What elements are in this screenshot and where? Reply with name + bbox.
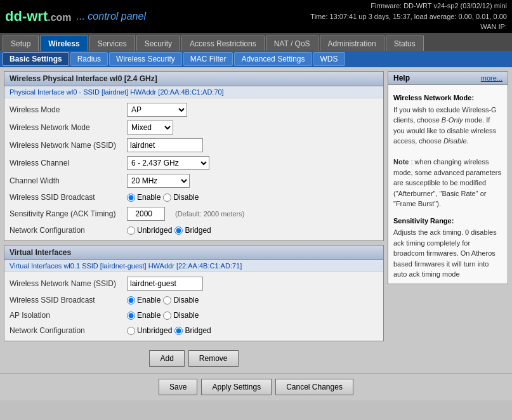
help-section-1-text: If you wish to exclude Wireless-G client… — [393, 105, 502, 209]
virt-ssid-broadcast-enable-radio[interactable] — [127, 296, 135, 305]
wireless-network-mode-row: Wireless Network Mode Mixed B-Only G-Onl… — [10, 119, 378, 136]
remove-button[interactable]: Remove — [188, 350, 239, 367]
virt-network-config-bridged-radio[interactable] — [174, 327, 183, 335]
nav-tab-status[interactable]: Status — [386, 36, 424, 51]
ssid-broadcast-disable-label[interactable]: Disable — [163, 193, 199, 202]
wireless-network-mode-control: Mixed B-Only G-Only N-Only Disabled — [127, 121, 173, 135]
left-panel: Wireless Physical Interface wl0 [2.4 GHz… — [4, 71, 384, 369]
ssid-input[interactable] — [127, 138, 203, 152]
wireless-mode-select[interactable]: AP Client Client Bridge Adhoc Monitor — [127, 103, 187, 117]
ap-isolation-enable-radio[interactable] — [127, 312, 135, 320]
sub-tab-basic-settings[interactable]: Basic Settings — [3, 52, 69, 66]
sub-tab-wds[interactable]: WDS — [313, 52, 345, 66]
sub-tabs: Basic Settings Radius Wireless Security … — [0, 51, 512, 67]
button-bar: Save Apply Settings Cancel Changes — [0, 373, 512, 400]
virt-network-config-bridged-label[interactable]: Bridged — [174, 326, 211, 335]
nav-tab-nat-qos[interactable]: NAT / QoS — [266, 36, 318, 51]
wireless-mode-label: Wireless Mode — [10, 105, 127, 114]
nav-tab-administration[interactable]: Administration — [320, 36, 384, 51]
right-panel: Help more... Wireless Network Mode: If y… — [388, 71, 508, 369]
network-config-unbridged-text: Unbridged — [137, 226, 172, 235]
network-config-unbridged-radio[interactable] — [127, 226, 135, 235]
virt-ssid-broadcast-disable-radio[interactable] — [163, 296, 171, 305]
sensitivity-range-hint: (Default: 2000 meters) — [175, 210, 244, 218]
network-config-bridged-radio[interactable] — [174, 226, 183, 235]
sensitivity-range-input[interactable] — [127, 207, 165, 221]
sub-tab-mac-filter[interactable]: MAC Filter — [183, 52, 233, 66]
ap-isolation-enable-label[interactable]: Enable — [127, 311, 161, 320]
network-config-bridged-text: Bridged — [185, 226, 211, 235]
wireless-channel-label: Wireless Channel — [10, 159, 127, 167]
ap-isolation-row: AP Isolation Enable Disable — [10, 308, 378, 323]
nav-tab-security[interactable]: Security — [136, 36, 180, 51]
channel-width-label: Channel Width — [10, 176, 127, 185]
nav-tab-setup[interactable]: Setup — [3, 36, 39, 51]
virt-network-config-unbridged-radio[interactable] — [127, 327, 135, 335]
virt-ssid-broadcast-disable-text: Disable — [173, 296, 199, 305]
sensitivity-range-control: (Default: 2000 meters) — [127, 207, 244, 221]
ap-isolation-label: AP Isolation — [10, 311, 127, 320]
virtual-interfaces-section: Virtual Interfaces Virtual Interfaces wl… — [4, 245, 384, 341]
ap-isolation-disable-radio[interactable] — [163, 312, 171, 320]
ssid-broadcast-disable-radio[interactable] — [163, 194, 171, 202]
save-button[interactable]: Save — [159, 379, 197, 395]
sub-tab-advanced-settings[interactable]: Advanced Settings — [234, 52, 312, 66]
virt-ssid-broadcast-row: Wireless SSID Broadcast Enable Disable — [10, 292, 378, 308]
ap-isolation-enable-text: Enable — [137, 311, 161, 320]
nav-tab-services[interactable]: Services — [89, 36, 135, 51]
apply-settings-button[interactable]: Apply Settings — [201, 379, 272, 395]
virt-network-config-control: Unbridged Bridged — [127, 326, 211, 335]
virt-network-config-unbridged-label[interactable]: Unbridged — [127, 326, 172, 335]
network-config-row: Network Configuration Unbridged Bridged — [10, 223, 378, 238]
ssid-broadcast-enable-text: Enable — [137, 193, 161, 202]
ssid-row: Wireless Network Name (SSID) — [10, 136, 378, 154]
firmware-info: Firmware: DD-WRT v24-sp2 (03/02/12) mini — [310, 1, 507, 11]
virt-ssid-broadcast-enable-label[interactable]: Enable — [127, 296, 161, 305]
network-config-unbridged-label[interactable]: Unbridged — [127, 226, 172, 235]
ap-isolation-disable-text: Disable — [173, 311, 199, 320]
ap-isolation-control: Enable Disable — [127, 311, 199, 320]
network-config-bridged-label[interactable]: Bridged — [174, 226, 211, 235]
ssid-broadcast-label: Wireless SSID Broadcast — [10, 193, 127, 202]
virt-ssid-input[interactable] — [127, 277, 203, 291]
channel-width-select[interactable]: 20 MHz 40 MHz Full (20 MHz) — [127, 174, 190, 188]
ssid-broadcast-enable-label[interactable]: Enable — [127, 193, 161, 202]
ssid-broadcast-disable-text: Disable — [173, 193, 199, 202]
help-box: Help more... Wireless Network Mode: If y… — [388, 71, 508, 284]
nav-tab-access-restrictions[interactable]: Access Restrictions — [181, 36, 265, 51]
wireless-channel-select[interactable]: 1 - 2.412 GHz 2 - 2.417 GHz 3 - 2.422 GH… — [127, 156, 209, 170]
help-title: Help — [393, 74, 410, 82]
physical-interface-body: Wireless Mode AP Client Client Bridge Ad… — [4, 98, 383, 240]
nav-tab-wireless[interactable]: Wireless — [40, 36, 88, 51]
time-info: Time: 13:07:41 up 3 days, 15:37, load av… — [310, 11, 507, 22]
help-section-2-text: Adjusts the ack timing. 0 disables ack t… — [393, 227, 502, 280]
ssid-label: Wireless Network Name (SSID) — [10, 141, 127, 150]
sub-tab-radius[interactable]: Radius — [70, 52, 108, 66]
wireless-network-mode-select[interactable]: Mixed B-Only G-Only N-Only Disabled — [127, 121, 173, 135]
ssid-broadcast-control: Enable Disable — [127, 193, 199, 202]
cancel-changes-button[interactable]: Cancel Changes — [275, 379, 353, 395]
virt-ssid-broadcast-disable-label[interactable]: Disable — [163, 296, 199, 305]
wireless-mode-control: AP Client Client Bridge Adhoc Monitor — [127, 103, 187, 117]
network-config-control: Unbridged Bridged — [127, 226, 211, 235]
physical-interface-subheader: Physical Interface wl0 - SSID [lairdnet]… — [4, 86, 383, 98]
add-button[interactable]: Add — [149, 350, 184, 367]
channel-width-row: Channel Width 20 MHz 40 MHz Full (20 MHz… — [10, 172, 378, 190]
sensitivity-range-row: Sensitivity Range (ACK Timing) (Default:… — [10, 205, 378, 223]
wireless-mode-row: Wireless Mode AP Client Client Bridge Ad… — [10, 101, 378, 119]
ssid-broadcast-enable-radio[interactable] — [127, 194, 135, 202]
logo: dd-wrt.com — [5, 8, 72, 25]
wireless-network-mode-label: Wireless Network Mode — [10, 123, 127, 132]
help-section-2-title: Sensitivity Range: — [393, 216, 502, 226]
logo-area: dd-wrt.com ... control panel — [5, 8, 146, 25]
network-config-label: Network Configuration — [10, 226, 127, 235]
sub-tab-wireless-security[interactable]: Wireless Security — [109, 52, 182, 66]
ap-isolation-disable-label[interactable]: Disable — [163, 311, 199, 320]
virt-network-config-label: Network Configuration — [10, 326, 127, 335]
wireless-channel-row: Wireless Channel 1 - 2.412 GHz 2 - 2.417… — [10, 154, 378, 172]
channel-width-control: 20 MHz 40 MHz Full (20 MHz) — [127, 174, 190, 188]
virt-ssid-broadcast-label: Wireless SSID Broadcast — [10, 296, 127, 305]
physical-interface-header: Wireless Physical Interface wl0 [2.4 GHz… — [4, 72, 383, 86]
sensitivity-range-label: Sensitivity Range (ACK Timing) — [10, 209, 127, 218]
help-more-link[interactable]: more... — [481, 74, 502, 82]
